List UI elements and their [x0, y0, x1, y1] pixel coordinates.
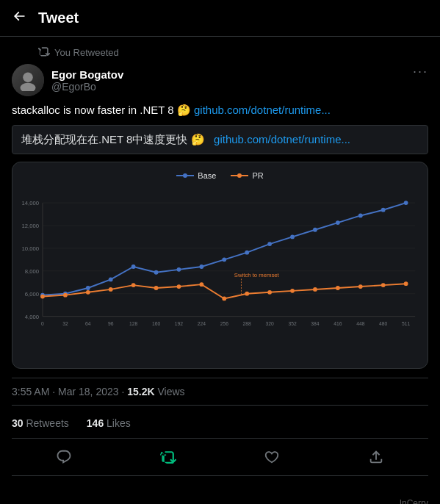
svg-text:480: 480: [379, 321, 388, 326]
tweet-body: You Retweeted Egor Bogatov @EgorBo ··· s…: [0, 37, 440, 485]
svg-point-62: [245, 292, 249, 296]
svg-text:128: 128: [129, 321, 138, 326]
svg-text:160: 160: [152, 321, 161, 326]
svg-text:256: 256: [220, 321, 229, 326]
back-button[interactable]: [12, 9, 26, 27]
svg-point-64: [290, 289, 295, 293]
svg-text:64: 64: [85, 321, 91, 326]
likes-count: 146: [87, 417, 104, 429]
svg-point-52: [404, 201, 408, 205]
views-count: 15.2K: [127, 386, 154, 397]
chart-legend: Base PR: [21, 171, 419, 186]
svg-text:511: 511: [402, 321, 411, 326]
svg-point-53: [40, 295, 45, 299]
retweets-count: 30: [12, 417, 24, 429]
tweet-date: Mar 18, 2023: [58, 386, 119, 397]
svg-point-39: [109, 277, 113, 281]
svg-point-3: [183, 173, 187, 178]
meta-dot1: ·: [52, 386, 55, 397]
svg-point-65: [313, 287, 317, 292]
svg-text:192: 192: [175, 321, 184, 326]
svg-point-63: [267, 290, 272, 295]
svg-text:4,000: 4,000: [25, 314, 39, 320]
svg-point-38: [86, 286, 90, 290]
chart-area: Base PR 14,000 12,000: [12, 162, 428, 368]
svg-point-66: [336, 286, 340, 290]
svg-point-42: [177, 267, 181, 272]
svg-text:384: 384: [311, 321, 320, 326]
display-name[interactable]: Egor Bogatov: [51, 68, 123, 81]
retweet-indicator-icon: [38, 46, 50, 60]
svg-text:352: 352: [288, 321, 297, 326]
reply-button[interactable]: [50, 443, 78, 471]
share-button[interactable]: [362, 443, 390, 471]
svg-point-44: [222, 257, 226, 262]
svg-point-41: [154, 270, 159, 275]
svg-point-57: [131, 283, 136, 287]
svg-text:448: 448: [356, 321, 365, 326]
svg-point-68: [381, 283, 386, 287]
svg-text:96: 96: [108, 321, 114, 326]
user-info: Egor Bogatov @EgorBo: [12, 64, 123, 96]
svg-point-0: [23, 73, 33, 83]
svg-text:320: 320: [265, 321, 274, 326]
performance-chart: 14,000 12,000 10,000 8,000 6,000 4,000 0…: [21, 186, 419, 348]
svg-point-46: [267, 242, 272, 246]
svg-point-45: [245, 251, 249, 255]
avatar[interactable]: [12, 64, 44, 96]
svg-point-55: [86, 290, 90, 295]
page-title: Tweet: [38, 10, 79, 26]
svg-text:224: 224: [198, 321, 206, 326]
user-row: Egor Bogatov @EgorBo ···: [12, 64, 428, 96]
svg-point-49: [336, 220, 340, 225]
svg-point-51: [381, 208, 386, 212]
svg-point-61: [222, 297, 226, 301]
translated-link[interactable]: github.com/dotnet/runtime...: [214, 133, 350, 145]
retweet-text: You Retweeted: [54, 47, 119, 58]
bottom-bar: InCerry: [0, 485, 440, 504]
svg-text:10,000: 10,000: [22, 245, 40, 252]
stats-row: 30 Retweets 146 Likes: [12, 408, 428, 439]
actions-row: [12, 439, 428, 476]
tweet-link[interactable]: github.com/dotnet/runtime...: [194, 104, 331, 116]
meta-dot2: ·: [121, 386, 124, 397]
svg-text:12,000: 12,000: [22, 223, 40, 229]
svg-point-1: [21, 83, 36, 91]
likes-label: Likes: [107, 417, 131, 429]
retweets-label: Retweets: [26, 417, 68, 429]
svg-text:416: 416: [333, 321, 342, 326]
views-label: Views: [157, 386, 184, 397]
svg-point-58: [154, 286, 159, 290]
tweet-time: 3:55 AM: [12, 386, 49, 397]
svg-text:8,000: 8,000: [25, 268, 39, 275]
svg-point-40: [131, 264, 136, 269]
svg-point-43: [199, 264, 203, 269]
svg-text:0: 0: [41, 321, 44, 326]
svg-point-56: [109, 287, 113, 292]
svg-text:288: 288: [243, 321, 252, 326]
tweet-text: stackalloc is now faster in .NET 8 🤔 git…: [12, 102, 428, 119]
retweets-stat[interactable]: 30 Retweets: [12, 417, 69, 429]
svg-point-47: [290, 235, 295, 240]
username[interactable]: @EgorBo: [51, 81, 123, 93]
tweet-text-content: stackalloc is now faster in .NET 8 🤔: [12, 104, 191, 116]
svg-text:14,000: 14,000: [22, 200, 40, 206]
svg-point-60: [199, 282, 203, 287]
translated-text-block: 堆栈分配现在在.NET 8中速度更快 🤔 github.com/dotnet/r…: [12, 125, 428, 155]
svg-point-54: [63, 293, 68, 298]
like-button[interactable]: [258, 443, 286, 471]
more-button[interactable]: ···: [413, 64, 428, 79]
tweet-meta: 3:55 AM · Mar 18, 2023 · 15.2K Views: [12, 378, 428, 406]
svg-text:32: 32: [62, 321, 68, 326]
svg-text:6,000: 6,000: [25, 291, 39, 298]
legend-base: Base: [176, 171, 216, 180]
legend-pr-label: PR: [252, 171, 263, 180]
svg-text:Switch to memset: Switch to memset: [234, 272, 280, 278]
svg-point-59: [177, 284, 181, 289]
legend-base-label: Base: [198, 171, 216, 180]
retweet-label: You Retweeted: [38, 46, 428, 60]
retweet-button[interactable]: [154, 443, 182, 471]
svg-point-5: [237, 173, 242, 178]
svg-point-67: [358, 284, 363, 289]
likes-stat[interactable]: 146 Likes: [87, 417, 131, 429]
